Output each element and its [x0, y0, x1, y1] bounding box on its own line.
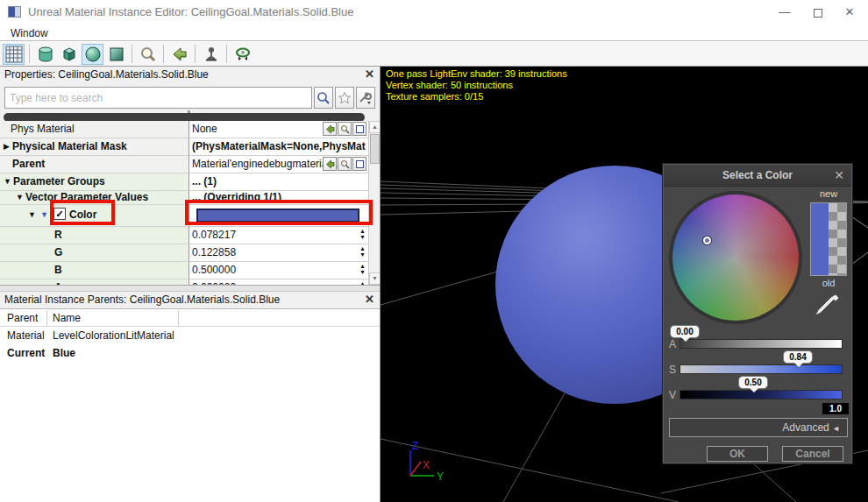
- column-divider[interactable]: [46, 310, 47, 326]
- cancel-button[interactable]: Cancel: [782, 446, 843, 462]
- alpha-slider[interactable]: [679, 339, 843, 349]
- spinner-up-icon[interactable]: ▲: [359, 228, 366, 234]
- property-row-parameter-groups[interactable]: ▼ Parameter Groups ... (1): [0, 173, 368, 191]
- channel-value: 0.500000: [192, 264, 236, 276]
- color-wheel-selector[interactable]: [703, 237, 711, 244]
- property-row-channel-b[interactable]: B 0.500000 ▲▼: [0, 262, 368, 279]
- ok-button[interactable]: OK: [707, 446, 768, 462]
- menu-window[interactable]: Window: [7, 26, 52, 40]
- collapse-icon[interactable]: ▼: [28, 210, 36, 219]
- saturation-value-bubble[interactable]: 0.84: [783, 350, 813, 364]
- column-header-parent[interactable]: Parent: [7, 312, 38, 324]
- collapse-icon[interactable]: ▼: [16, 193, 24, 202]
- spinner-down-icon[interactable]: ▼: [359, 234, 366, 240]
- property-row-channel-r[interactable]: R 0.078217 ▲▼: [0, 227, 368, 244]
- new-old-color-swatch[interactable]: [810, 202, 847, 276]
- magnifier-icon: [139, 46, 157, 63]
- favorites-button[interactable]: [335, 87, 354, 109]
- properties-close-icon[interactable]: ✕: [365, 67, 374, 81]
- channel-value: 0.122858: [192, 246, 236, 258]
- browse-button[interactable]: [338, 122, 352, 136]
- back-to-parent-button[interactable]: [168, 44, 190, 65]
- property-value: (PhysMaterialMask=None,PhysMat: [192, 140, 366, 152]
- alpha-value-bubble[interactable]: 0.00: [670, 325, 700, 338]
- dialog-close-icon[interactable]: ✕: [834, 168, 844, 182]
- value-spinner[interactable]: ▲▼: [359, 228, 366, 240]
- property-row-channel-g[interactable]: G 0.122858 ▲▼: [0, 244, 368, 262]
- value-slider[interactable]: [679, 390, 843, 399]
- color-wheel-frame: [669, 191, 802, 324]
- window-title: Unreal Material Instance Editor: Ceiling…: [28, 5, 353, 18]
- toolbar-separator: [132, 45, 132, 63]
- value-spinner[interactable]: ▲▼: [359, 263, 366, 275]
- property-row-parent[interactable]: Parent Material'enginedebugmaterials.L: [0, 156, 368, 173]
- use-selected-button[interactable]: [323, 122, 337, 136]
- column-divider[interactable]: [178, 310, 179, 326]
- parent-cell: Current: [7, 347, 45, 359]
- axis-x-label: X: [423, 459, 430, 471]
- minimize-button[interactable]: —: [770, 0, 800, 25]
- advanced-toggle[interactable]: Advanced ◄: [669, 418, 848, 437]
- name-cell: Blue: [53, 347, 75, 359]
- magnifier-small-icon: [340, 159, 350, 169]
- preview-plane-button[interactable]: [105, 44, 127, 65]
- preview-cube-button[interactable]: [58, 44, 80, 65]
- toolbar-separator: [163, 45, 164, 63]
- clear-button[interactable]: [352, 157, 366, 171]
- property-name: Physical Material Mask: [12, 140, 127, 152]
- value-spinner[interactable]: ▲▼: [359, 245, 366, 258]
- preview-sphere-button[interactable]: [82, 44, 103, 65]
- spinner-up-icon[interactable]: ▲: [359, 245, 366, 251]
- panel-splitter[interactable]: [0, 285, 380, 291]
- property-row-phys-material[interactable]: Phys Material None: [0, 121, 368, 138]
- close-button[interactable]: ✕: [835, 0, 864, 25]
- eyedropper-icon[interactable]: [812, 292, 842, 322]
- channel-label: R: [54, 229, 62, 241]
- preview-cylinder-button[interactable]: [34, 44, 56, 65]
- table-row[interactable]: Material LevelColorationLitMaterial: [0, 327, 380, 344]
- menubar: Window: [0, 25, 868, 41]
- search-button[interactable]: [314, 87, 333, 109]
- options-button[interactable]: [356, 87, 375, 109]
- square-icon: [355, 124, 365, 134]
- table-row-current[interactable]: Current Blue: [0, 344, 380, 362]
- show-all-parameters-button[interactable]: [200, 44, 222, 65]
- axis-y-label: Y: [437, 470, 444, 483]
- value-value-bubble[interactable]: 0.50: [738, 376, 768, 389]
- parents-close-icon[interactable]: ✕: [365, 293, 374, 306]
- toggle-background-grid-button[interactable]: [3, 44, 25, 65]
- spinner-down-icon[interactable]: ▼: [359, 269, 366, 275]
- maximize-button[interactable]: [803, 0, 833, 25]
- property-row-physical-material-mask[interactable]: ▶ Physical Material Mask (PhysMaterialMa…: [0, 138, 368, 156]
- color-wheel[interactable]: [672, 194, 799, 321]
- clear-button[interactable]: [352, 122, 366, 136]
- column-header-name[interactable]: Name: [53, 312, 81, 324]
- window-titlebar: Unreal Material Instance Editor: Ceiling…: [0, 0, 868, 25]
- scrollbar-thumb[interactable]: [370, 134, 380, 164]
- dialog-titlebar[interactable]: Select a Color ✕: [664, 165, 851, 187]
- reset-to-default-icon[interactable]: ▼: [40, 210, 48, 219]
- toolbar: [0, 42, 868, 67]
- property-value: ... (1): [192, 175, 217, 187]
- toolbar-separator: [226, 45, 227, 63]
- spinner-up-icon[interactable]: ▲: [359, 263, 366, 269]
- parents-table: Parent Name Material LevelColorationLitM…: [0, 308, 380, 502]
- dialog-title: Select a Color: [664, 169, 851, 181]
- expand-icon[interactable]: ▶: [4, 142, 10, 151]
- sync-material-button[interactable]: [231, 44, 253, 65]
- value-slider-label: V: [669, 389, 676, 401]
- collapse-icon[interactable]: ▼: [4, 177, 11, 186]
- alpha-slider-label: A: [669, 338, 676, 350]
- property-value: None: [192, 123, 217, 135]
- channel-label: G: [54, 246, 62, 258]
- realtime-preview-button[interactable]: [137, 44, 159, 65]
- use-selected-button[interactable]: [323, 157, 337, 171]
- advanced-label: Advanced: [782, 421, 829, 434]
- search-input[interactable]: [4, 87, 312, 109]
- saturation-slider-label: S: [669, 364, 676, 376]
- property-name: Phys Material: [11, 123, 75, 135]
- saturation-slider[interactable]: [679, 364, 843, 374]
- browse-button[interactable]: [338, 157, 352, 171]
- select-color-dialog: Select a Color ✕ new old 0.00 A 0.84 S 0…: [662, 163, 853, 464]
- spinner-down-icon[interactable]: ▼: [359, 251, 366, 258]
